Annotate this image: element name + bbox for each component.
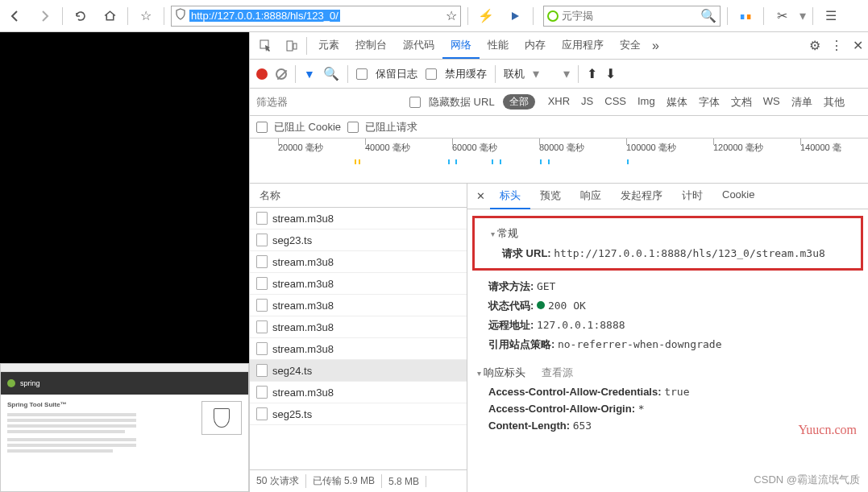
devtab-5[interactable]: 内存 xyxy=(517,33,554,59)
request-row[interactable]: stream.m3u8 xyxy=(250,338,467,360)
devtab-7[interactable]: 安全 xyxy=(612,33,649,59)
devtools: 元素控制台源代码网络性能内存应用程序安全 » ⚙ ⋮ ✕ ▼ 🔍 保留日志 禁用… xyxy=(249,32,868,492)
preserve-log-label: 保留日志 xyxy=(376,67,417,81)
kebab-icon[interactable]: ⋮ xyxy=(830,38,843,53)
watermark-csdn: CSDN @霸道流氓气质 xyxy=(754,473,860,487)
file-icon xyxy=(256,407,268,420)
devtab-6[interactable]: 应用程序 xyxy=(554,33,612,59)
file-icon xyxy=(256,342,268,355)
blocked-cookie-checkbox[interactable] xyxy=(256,122,268,133)
filter-input[interactable] xyxy=(256,96,401,108)
filter-type[interactable]: 媒体 xyxy=(662,93,692,111)
request-row[interactable]: stream.m3u8 xyxy=(250,273,467,295)
file-icon xyxy=(256,320,268,333)
highlight-box: 常规 请求 URL: http://127.0.0.1:8888/hls/123… xyxy=(472,216,863,271)
filter-type[interactable]: CSS xyxy=(600,93,631,111)
bolt-icon[interactable]: ⚡ xyxy=(475,5,497,27)
disable-cache-checkbox[interactable] xyxy=(426,68,437,80)
cut-icon[interactable]: ✂ xyxy=(770,5,793,27)
cookie-filter-bar: 已阻止 Cookie 已阻止请求 xyxy=(250,116,868,139)
status-bar: 50 次请求已传输 5.9 MB5.8 MB xyxy=(250,469,467,492)
extension-icon[interactable]: ∎∎ xyxy=(734,5,757,27)
magnifier-icon[interactable]: 🔍 xyxy=(700,8,716,23)
bookmark-star-icon[interactable]: ☆ xyxy=(446,8,457,23)
filter-all[interactable]: 全部 xyxy=(503,94,535,110)
file-icon xyxy=(256,212,268,225)
video-thumbnail: spring Spring Tool Suite™ xyxy=(0,363,249,492)
network-toolbar: ▼ 🔍 保留日志 禁用缓存 联机 ▾ ▾ ⬆ ⬇ xyxy=(250,60,868,89)
close-details-icon[interactable]: ✕ xyxy=(471,190,490,202)
file-icon xyxy=(256,234,268,246)
detail-tab[interactable]: 响应 xyxy=(571,184,611,209)
response-headers-section[interactable]: 响应标头查看源 xyxy=(467,362,868,383)
general-section[interactable]: 常规 xyxy=(481,223,854,244)
file-icon xyxy=(256,364,268,377)
filter-type[interactable]: 文档 xyxy=(726,93,757,111)
filter-type[interactable]: 清单 xyxy=(787,93,817,111)
reload-button[interactable] xyxy=(69,5,92,27)
download-icon[interactable]: ⬇ xyxy=(605,66,616,81)
star-icon[interactable]: ☆ xyxy=(135,5,157,27)
filter-type[interactable]: 其他 xyxy=(819,93,849,111)
throttle-select[interactable]: 联机 xyxy=(504,67,525,81)
name-column-header[interactable]: 名称 xyxy=(250,184,467,208)
devtab-0[interactable]: 元素 xyxy=(310,33,347,59)
file-icon xyxy=(256,277,268,290)
close-devtools-icon[interactable]: ✕ xyxy=(853,38,863,53)
request-row[interactable]: stream.m3u8 xyxy=(250,208,467,229)
request-row[interactable]: seg24.ts xyxy=(250,360,467,382)
detail-tab[interactable]: 预览 xyxy=(530,184,571,209)
devtab-2[interactable]: 源代码 xyxy=(395,33,442,59)
devtab-3[interactable]: 网络 xyxy=(442,33,480,59)
detail-tab[interactable]: 标头 xyxy=(490,184,530,209)
back-button[interactable] xyxy=(4,5,27,27)
timeline[interactable]: 20000 毫秒40000 毫秒60000 毫秒80000 毫秒100000 毫… xyxy=(250,139,868,184)
search-engine-icon xyxy=(547,10,559,22)
url-bar[interactable]: http://127.0.0.1:8888/hls/123_0/ ☆ xyxy=(171,6,461,27)
file-icon xyxy=(256,386,268,399)
request-row[interactable]: stream.m3u8 xyxy=(250,295,467,316)
request-row[interactable]: seg23.ts xyxy=(250,229,467,251)
search-box[interactable]: 🔍 xyxy=(543,6,721,27)
preserve-log-checkbox[interactable] xyxy=(356,68,368,80)
request-list: 名称 stream.m3u8seg23.tsstream.m3u8stream.… xyxy=(250,184,467,492)
request-row[interactable]: stream.m3u8 xyxy=(250,316,467,338)
clear-button[interactable] xyxy=(276,68,287,80)
request-row[interactable]: stream.m3u8 xyxy=(250,251,467,273)
filter-type[interactable]: Img xyxy=(633,93,660,111)
detail-tab[interactable]: 发起程序 xyxy=(611,184,672,209)
detail-tab[interactable]: 计时 xyxy=(672,184,712,209)
file-icon xyxy=(256,299,268,312)
home-button[interactable] xyxy=(98,5,121,27)
devtab-1[interactable]: 控制台 xyxy=(347,33,395,59)
forward-button[interactable] xyxy=(33,5,56,27)
more-tabs-icon[interactable]: » xyxy=(652,39,659,53)
blocked-req-label: 已阻止请求 xyxy=(365,120,417,134)
request-row[interactable]: seg25.ts xyxy=(250,403,467,425)
menu-icon[interactable]: ☰ xyxy=(820,5,842,27)
upload-icon[interactable]: ⬆ xyxy=(587,66,597,81)
inspect-icon[interactable] xyxy=(255,35,277,57)
detail-tab[interactable]: Cookie xyxy=(712,184,764,209)
svg-rect-1 xyxy=(287,41,293,51)
request-row[interactable]: stream.m3u8 xyxy=(250,382,467,403)
filter-type[interactable]: XHR xyxy=(543,93,575,111)
disable-cache-label: 禁用缓存 xyxy=(445,67,487,81)
device-icon[interactable] xyxy=(280,35,303,57)
devtab-4[interactable]: 性能 xyxy=(480,33,517,59)
gear-icon[interactable]: ⚙ xyxy=(809,38,820,53)
search-input[interactable] xyxy=(562,10,697,22)
request-details: ✕ 标头预览响应发起程序计时Cookie 常规 请求 URL: http://1… xyxy=(467,184,868,492)
search-icon[interactable]: 🔍 xyxy=(323,66,339,81)
filter-type[interactable]: JS xyxy=(576,93,598,111)
filter-type[interactable]: WS xyxy=(758,93,785,111)
shield-icon xyxy=(175,8,186,23)
play-icon[interactable] xyxy=(504,5,526,27)
filter-type[interactable]: 字体 xyxy=(694,93,725,111)
record-button[interactable] xyxy=(256,68,268,80)
blocked-req-checkbox[interactable] xyxy=(347,122,359,133)
url-text: http://127.0.0.1:8888/hls/123_0/ xyxy=(189,10,340,22)
filter-icon[interactable]: ▼ xyxy=(304,68,315,81)
hide-data-url-checkbox[interactable] xyxy=(409,97,421,108)
hide-data-url-label: 隐藏数据 URL xyxy=(429,95,495,110)
